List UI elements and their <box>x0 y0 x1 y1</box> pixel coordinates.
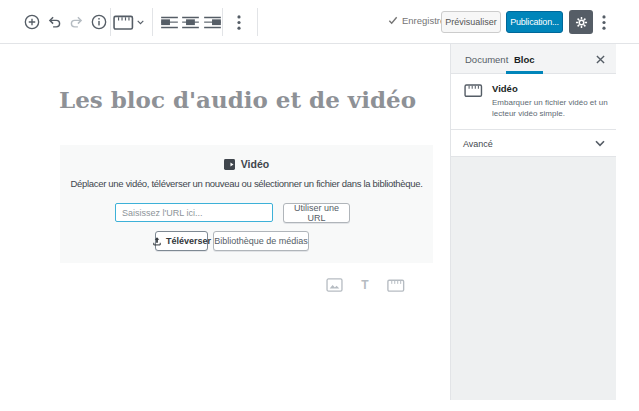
align-center-icon <box>182 16 199 29</box>
tab-bloc[interactable]: Bloc <box>506 44 543 74</box>
redo-icon <box>68 13 86 31</box>
video-block-placeholder[interactable]: Vidéo Déplacer une vidéo, téléverser un … <box>60 145 433 263</box>
sidebar-tabs: Document Bloc <box>451 44 616 74</box>
chevron-down-icon <box>137 20 144 25</box>
undo-button[interactable] <box>43 11 65 33</box>
kebab-icon <box>237 15 241 30</box>
toolbar-separator <box>222 8 223 36</box>
advanced-panel-label: Avancé <box>463 139 493 149</box>
preview-button[interactable]: Prévisualiser <box>441 11 501 33</box>
align-center-button[interactable] <box>179 11 201 33</box>
block-appender: T <box>325 277 405 293</box>
block-card: Vidéo Embarquer un fichier vidéo et un l… <box>451 74 616 130</box>
upload-label: Téléverser <box>166 236 211 246</box>
settings-sidebar: Document Bloc Vidéo Embarquer un fichier… <box>450 44 616 400</box>
upload-button[interactable]: Téléverser <box>155 231 208 251</box>
video-url-input[interactable] <box>115 203 273 222</box>
gear-icon <box>574 15 589 30</box>
editor-more-menu-button[interactable] <box>596 11 612 33</box>
kebab-icon <box>602 15 606 30</box>
align-left-icon <box>161 16 178 29</box>
post-title-field[interactable]: Les bloc d'audio et de vidéo <box>59 86 439 113</box>
image-icon <box>326 278 343 292</box>
settings-toggle-button[interactable] <box>569 10 593 34</box>
toolbar-separator <box>257 8 258 36</box>
placeholder-header: Vidéo <box>60 158 433 170</box>
add-text-block-button[interactable]: T <box>356 277 374 293</box>
redo-button <box>66 11 88 33</box>
gutenberg-editor: Enregistré Prévisualiser Publication... … <box>0 0 639 411</box>
editor-toolbar: Enregistré Prévisualiser Publication... <box>0 0 639 44</box>
close-sidebar-button[interactable] <box>592 51 608 67</box>
add-video-block-button[interactable] <box>387 277 405 293</box>
add-image-block-button[interactable] <box>325 277 343 293</box>
close-icon <box>596 55 605 64</box>
video-block-icon <box>464 83 483 98</box>
tab-document[interactable]: Document <box>463 44 510 74</box>
save-status[interactable]: Enregistré <box>388 15 445 26</box>
chevron-down-icon <box>595 140 605 147</box>
saved-label: Enregistré <box>402 15 445 26</box>
text-icon: T <box>361 278 368 292</box>
media-library-button[interactable]: Bibliothèque de médias <box>213 231 309 251</box>
publish-button[interactable]: Publication... <box>506 11 563 33</box>
check-icon <box>388 16 398 25</box>
align-right-icon <box>204 16 221 29</box>
toolbar-separator <box>110 8 111 36</box>
advanced-panel-toggle[interactable]: Avancé <box>451 130 616 157</box>
placeholder-title: Vidéo <box>241 158 269 170</box>
block-more-options-button[interactable] <box>228 11 250 33</box>
video-block-icon <box>113 14 134 31</box>
block-switcher-button[interactable] <box>113 11 144 33</box>
undo-icon <box>45 13 63 31</box>
video-block-icon <box>387 278 405 293</box>
upload-icon <box>152 236 162 247</box>
info-icon <box>90 13 108 31</box>
align-left-button[interactable] <box>158 11 180 33</box>
use-url-button[interactable]: Utiliser une URL <box>283 203 350 223</box>
video-icon <box>224 159 235 170</box>
plus-circle-icon <box>23 13 41 31</box>
inserter-button[interactable] <box>21 11 43 33</box>
content-structure-button[interactable] <box>88 11 110 33</box>
block-card-description: Embarquer un fichier vidéo et un lecteur… <box>492 97 610 119</box>
placeholder-instructions: Déplacer une vidéo, téléverser un nouvea… <box>60 178 433 189</box>
align-right-button[interactable] <box>201 11 223 33</box>
toolbar-separator <box>152 8 153 36</box>
block-card-title: Vidéo <box>492 83 518 94</box>
